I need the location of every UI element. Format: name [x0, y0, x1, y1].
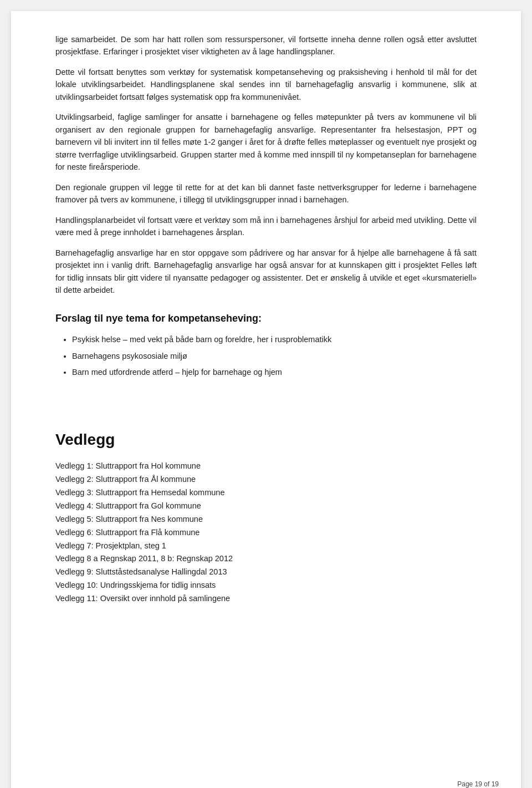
vedlegg-item-6: Vedlegg 6: Sluttrapport fra Flå kommune	[55, 526, 477, 540]
vedlegg-item-8: Vedlegg 8 a Regnskap 2011, 8 b: Regnskap…	[55, 552, 477, 566]
vedlegg-item-4: Vedlegg 4: Sluttrapport fra Gol kommune	[55, 500, 477, 513]
page-number: Page 19 of 19	[457, 780, 499, 788]
bullet-item-3: Barn med utfordrende atferd – hjelp for …	[72, 366, 477, 379]
vedlegg-item-7: Vedlegg 7: Prosjektplan, steg 1	[55, 540, 477, 553]
page-footer: Page 19 of 19	[457, 780, 499, 788]
vedlegg-item-5: Vedlegg 5: Sluttrapport fra Nes kommune	[55, 513, 477, 526]
bullet-item-2: Barnehagens psykososiale miljø	[72, 350, 477, 363]
section-heading-forslag: Forslag til nye tema for kompetansehevin…	[55, 313, 477, 324]
paragraph-6: Barnehagefaglig ansvarlige har en stor o…	[55, 247, 477, 297]
paragraph-3: Utviklingsarbeid, faglige samlinger for …	[55, 111, 477, 173]
vedlegg-item-9: Vedlegg 9: Sluttståstedsanalyse Hallingd…	[55, 566, 477, 579]
vedlegg-item-11: Vedlegg 11: Oversikt over innhold på sam…	[55, 592, 477, 606]
vedlegg-item-1: Vedlegg 1: Sluttrapport fra Hol kommune	[55, 460, 477, 473]
paragraph-1: lige samarbeidet. De som har hatt rollen…	[55, 33, 477, 58]
vedlegg-list: Vedlegg 1: Sluttrapport fra Hol kommune …	[55, 460, 477, 606]
vedlegg-item-2: Vedlegg 2: Sluttrapport fra Ål kommune	[55, 473, 477, 486]
vedlegg-item-10: Vedlegg 10: Undringsskjema for tidlig in…	[55, 579, 477, 592]
paragraph-2: Dette vil fortsatt benyttes som verktøy …	[55, 66, 477, 103]
page-container: lige samarbeidet. De som har hatt rollen…	[11, 11, 521, 788]
bullet-list-tema: Psykisk helse – med vekt på både barn og…	[72, 333, 477, 379]
paragraph-4: Den regionale gruppen vil legge til rett…	[55, 181, 477, 206]
vedlegg-heading: Vedlegg	[55, 431, 477, 449]
vedlegg-item-3: Vedlegg 3: Sluttrapport fra Hemsedal kom…	[55, 486, 477, 500]
paragraph-5: Handlingsplanarbeidet vil fortsatt være …	[55, 214, 477, 239]
bullet-item-1: Psykisk helse – med vekt på både barn og…	[72, 333, 477, 346]
